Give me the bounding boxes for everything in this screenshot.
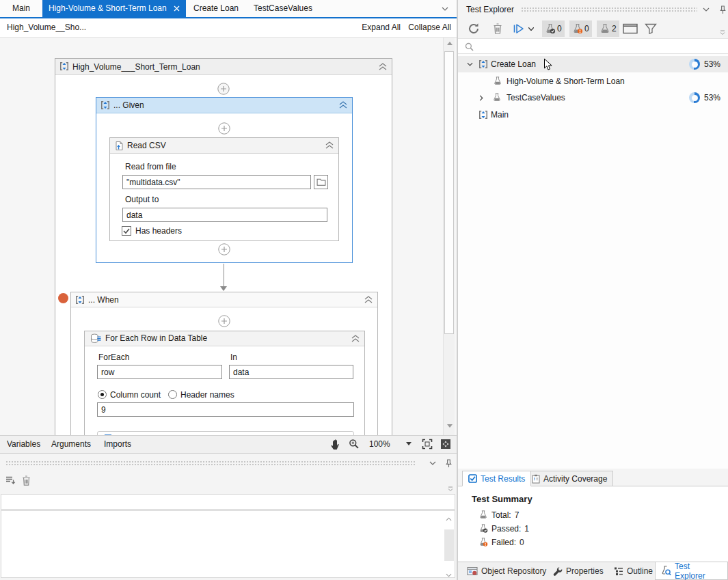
header-names-radio[interactable]: [168, 390, 177, 399]
foreach-input[interactable]: [97, 365, 222, 379]
folder-icon: [316, 178, 326, 186]
activity-read-csv[interactable]: Read CSV Read from file Output to: [109, 137, 339, 241]
sequence-when[interactable]: ... When For Each Row in Data Tabl: [70, 292, 378, 435]
flask-icon: [478, 510, 488, 520]
scrollbar-thumb[interactable]: [444, 51, 454, 334]
collapse-all-button[interactable]: Collapse All: [408, 23, 451, 32]
pin-icon[interactable]: [445, 459, 453, 468]
variables-empty-row[interactable]: [1, 494, 455, 510]
has-headers-checkbox[interactable]: [122, 226, 131, 236]
arguments-tab[interactable]: Arguments: [51, 439, 91, 449]
read-from-file-label: Read from file: [125, 162, 176, 171]
tree-item-label: High-Volume & Short-Term Loan: [507, 77, 625, 86]
activity-for-each-row[interactable]: For Each Row in Data Table ForEach In Co…: [84, 331, 365, 435]
panel-drag-texture[interactable]: [521, 7, 697, 12]
zoom-level-value[interactable]: 100%: [369, 439, 390, 449]
zoom-dropdown-caret-icon[interactable]: [406, 442, 412, 445]
column-count-radio[interactable]: [98, 390, 107, 399]
expand-all-button[interactable]: Expand All: [362, 23, 401, 32]
connector-arrowhead: [220, 286, 227, 291]
filter-icon[interactable]: [645, 20, 657, 37]
breakpoint-indicator[interactable]: [58, 293, 68, 303]
panel-scrollbar[interactable]: [443, 512, 455, 577]
tree-item-high-volume[interactable]: High-Volume & Short-Term Loan: [458, 73, 728, 89]
tab-create-loan[interactable]: Create Loan: [186, 0, 246, 17]
read-csv-header[interactable]: Read CSV: [110, 138, 338, 154]
sequence-given-header[interactable]: ... Given: [96, 98, 352, 113]
dock-tab-outline[interactable]: Outline: [609, 562, 658, 580]
tab-high-volume[interactable]: High-Volume & Short-Term Loan: [42, 0, 186, 17]
read-from-file-input[interactable]: [122, 175, 311, 189]
tree-item-testcasevalues[interactable]: TestCaseValues 53%: [458, 89, 728, 106]
failed-filter-badge[interactable]: 0: [569, 20, 592, 37]
column-count-input[interactable]: [97, 402, 354, 417]
dock-tab-object-repository[interactable]: Object Repository: [462, 562, 551, 580]
collapse-icon[interactable]: [325, 141, 334, 149]
scroll-down-button[interactable]: [444, 420, 455, 432]
collapse-icon[interactable]: [351, 335, 360, 342]
scroll-down-button[interactable]: [443, 569, 455, 580]
passed-filter-badge[interactable]: 0: [542, 20, 565, 37]
refresh-icon[interactable]: [468, 20, 480, 37]
not-executed-filter-badge[interactable]: 2: [597, 20, 619, 37]
canvas-vertical-scrollbar[interactable]: [443, 38, 455, 435]
run-tests-button[interactable]: [513, 20, 525, 37]
test-search-box[interactable]: [458, 38, 728, 54]
reset-zoom-icon[interactable]: [440, 439, 451, 450]
add-activity-button[interactable]: [217, 83, 230, 95]
sequence-given[interactable]: ... Given Read CSV: [96, 97, 353, 263]
close-tab-icon[interactable]: [174, 5, 180, 12]
add-activity-button[interactable]: [218, 243, 230, 256]
delete-icon[interactable]: [492, 20, 503, 37]
flask-passed-icon: [478, 523, 488, 534]
breadcrumb[interactable]: High_Volume__Sho...: [7, 23, 86, 32]
for-each-header[interactable]: For Each Row in Data Table: [85, 331, 364, 346]
tab-test-results[interactable]: Test Results: [462, 471, 531, 486]
pan-hand-icon[interactable]: [330, 439, 341, 450]
tab-activity-coverage[interactable]: Activity Coverage: [526, 471, 613, 486]
passed-value: 1: [524, 524, 529, 534]
create-variable-icon[interactable]: [5, 475, 16, 486]
output-to-input[interactable]: [122, 208, 327, 222]
variables-tab[interactable]: Variables: [7, 439, 40, 449]
expander-collapsed-icon[interactable]: [479, 95, 483, 101]
fit-to-screen-icon[interactable]: [422, 439, 433, 450]
delete-variable-icon[interactable]: [21, 475, 31, 486]
toolbar-overflow-icon[interactable]: [448, 486, 453, 492]
collapse-icon[interactable]: [364, 296, 373, 303]
collapse-icon[interactable]: [339, 101, 347, 109]
tree-item-create-loan[interactable]: Create Loan 53%: [458, 56, 728, 72]
run-dropdown-caret-icon[interactable]: [528, 20, 534, 37]
variables-list-area[interactable]: [1, 510, 455, 578]
sequence-when-header[interactable]: ... When: [71, 292, 377, 307]
toolbar-overflow-icon[interactable]: [720, 30, 725, 36]
tree-item-main[interactable]: Main: [458, 107, 728, 123]
in-input[interactable]: [229, 365, 353, 379]
collapse-icon[interactable]: [379, 63, 387, 70]
panel-chevron-icon[interactable]: [703, 8, 710, 12]
panel-chevron-icon[interactable]: [429, 461, 436, 465]
tab-list-chevron-icon[interactable]: [442, 7, 448, 11]
mouse-cursor: [543, 58, 552, 71]
dock-tab-test-explorer[interactable]: Test Explorer: [655, 562, 728, 580]
workflow-canvas[interactable]: High_Volume___Short_Term_Loan ... Given: [0, 38, 457, 435]
panel-drag-texture[interactable]: [5, 460, 416, 466]
variables-panel: [0, 453, 457, 580]
show-window-icon[interactable]: [623, 20, 638, 37]
add-activity-button[interactable]: [218, 315, 230, 327]
scroll-up-button[interactable]: [444, 38, 455, 49]
expander-expanded-icon[interactable]: [467, 62, 473, 66]
dock-tab-properties[interactable]: Properties: [548, 562, 608, 580]
add-activity-button[interactable]: [218, 122, 230, 135]
sequence-high-volume-header[interactable]: High_Volume___Short_Term_Loan: [55, 59, 392, 75]
scroll-up-button[interactable]: [443, 513, 455, 525]
tab-testcasevalues[interactable]: TestCaseValues: [246, 0, 320, 17]
pin-icon[interactable]: [719, 5, 727, 14]
browse-file-button[interactable]: [314, 175, 328, 189]
zoom-tool-icon[interactable]: [349, 439, 360, 450]
tree-item-label: Main: [491, 110, 509, 120]
tab-main[interactable]: Main: [0, 0, 42, 17]
scrollbar-thumb[interactable]: [444, 529, 454, 561]
failed-label: Failed:: [491, 538, 516, 547]
imports-tab[interactable]: Imports: [104, 439, 131, 449]
